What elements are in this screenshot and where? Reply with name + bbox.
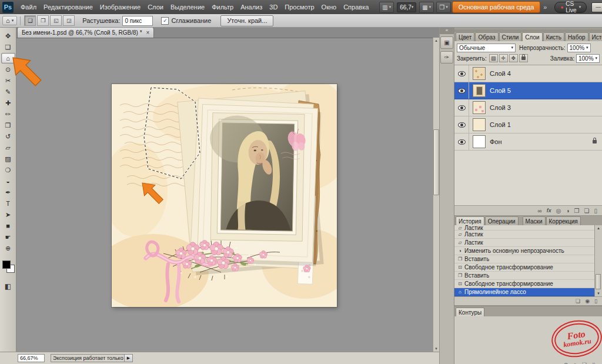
layer-row-5[interactable]: Слой 5 [454,82,602,99]
tab-swatches[interactable]: Образ [475,32,498,41]
quick-selection-tool[interactable]: ⊙ [1,64,15,75]
fill-path-icon[interactable]: ◍ [564,362,568,364]
delete-path-icon[interactable]: ▯ [592,362,595,364]
feather-input[interactable]: 0 пикс [122,16,153,26]
add-to-selection-button[interactable]: ❒ [37,15,49,26]
history-step[interactable]: ⊡ Свободное трансформирование [454,280,594,288]
photoshop-logo[interactable]: Ps [2,2,14,13]
history-step[interactable]: ❐ Вставить [454,272,594,280]
layer-thumbnail[interactable] [473,135,486,148]
workspace-more-button[interactable]: » [540,4,550,11]
scroll-down-icon[interactable]: ▼ [597,292,600,295]
polygonal-lasso-tool[interactable]: ⌂ [1,53,15,64]
status-zoom-input[interactable]: 66,67% [18,354,45,362]
tab-paths[interactable]: Контуры [456,308,484,316]
menu-item-edit[interactable]: Редактирование [40,0,96,14]
visibility-toggle[interactable] [454,116,469,133]
menu-item-3d[interactable]: 3D [266,0,281,14]
scroll-up-icon[interactable]: ▲ [434,39,438,42]
history-step[interactable]: ▱ Ластик [454,225,594,231]
visibility-toggle[interactable] [454,65,469,82]
tab-actions[interactable]: Операции [485,216,519,225]
layer-group-icon[interactable]: ❐ [574,208,580,214]
view-extras-button[interactable]: ▥ ▾ [379,2,394,13]
history-step-current[interactable]: ⌂ Прямолинейное лассо [454,288,594,296]
move-tool[interactable]: ✥ [1,31,15,41]
history-step[interactable]: ⊡ Свободное трансформирование [454,263,594,272]
opacity-input[interactable]: 100% ▾ [567,44,591,52]
link-layers-icon[interactable]: ∞ [538,208,542,214]
adjustment-layer-icon[interactable]: ◑ [566,208,570,214]
collapsed-panel-button-1[interactable]: ▣ [440,36,453,49]
layer-thumbnail[interactable] [473,67,486,80]
history-step[interactable]: ◑ Изменить основную непрозрачность [454,247,594,255]
collapsed-panel-button-2[interactable]: ✑ [440,51,453,64]
tab-adjustments[interactable]: Коррекция [546,216,581,225]
canvas-artwork[interactable] [112,84,337,307]
tab-clone-source[interactable]: Источ [589,32,602,41]
layer-row-4[interactable]: Слой 4 [454,65,602,82]
brush-tool[interactable]: ✏ [1,109,15,119]
history-step[interactable]: ❐ Вставить [454,255,594,263]
lock-all-button[interactable] [519,54,528,62]
new-document-from-state-icon[interactable]: ❏ [576,298,580,304]
delete-state-icon[interactable]: ▯ [594,298,597,304]
layer-mask-icon[interactable]: ◎ [556,208,561,214]
history-brush-tool[interactable]: ↺ [1,131,15,142]
tab-tool-presets[interactable]: Набор [565,32,588,41]
minimize-button[interactable]: — [591,2,602,12]
screen-mode-button[interactable]: ❐ ▾ [436,2,450,13]
menu-item-filter[interactable]: Фильтр [208,0,237,14]
lock-transparency-icon[interactable]: ▨ [489,54,498,62]
eraser-tool[interactable]: ▱ [1,142,15,153]
pen-tool[interactable]: ✒ [1,187,15,198]
dock-drag-bar[interactable] [454,27,602,32]
status-expand-button[interactable]: ▶ [125,354,133,362]
subtract-from-selection-button[interactable]: ◱ [50,15,62,26]
new-selection-button[interactable]: ❑ [24,15,36,26]
scroll-down-icon[interactable]: ▼ [434,347,438,350]
layer-thumbnail[interactable] [473,101,486,114]
rectangular-marquee-tool[interactable]: ❏ [1,42,15,52]
refine-edge-button[interactable]: Уточн. край... [220,15,273,26]
foreground-color-swatch[interactable] [2,261,11,269]
new-snapshot-icon[interactable]: ◉ [585,298,590,304]
eyedropper-tool[interactable]: ✎ [1,86,15,97]
tab-masks[interactable]: Маски [523,216,546,225]
scroll-up-icon[interactable]: ▲ [597,226,600,230]
shape-tool[interactable]: ■ [1,221,15,231]
hand-tool[interactable]: ☛ [1,232,15,242]
menu-item-select[interactable]: Выделение [167,0,208,14]
gradient-tool[interactable]: ▨ [1,153,15,164]
document-tab[interactable]: Без имени-1.psd @ 66,7% (Слой 5, RGB/8) … [17,27,154,38]
workspace-button[interactable]: Основная рабочая среда [452,1,541,13]
layer-style-icon[interactable]: fx [547,208,551,213]
history-step[interactable]: ▱ Ластик [454,239,594,247]
layer-thumbnail[interactable] [473,84,486,97]
lock-position-icon[interactable]: ✥ [509,54,518,62]
visibility-toggle[interactable] [454,82,469,99]
visibility-toggle[interactable] [454,133,469,150]
menu-item-window[interactable]: Окно [318,0,340,14]
dodge-tool[interactable]: ◒ [1,176,15,186]
healing-brush-tool[interactable]: ✚ [1,98,15,108]
intersect-selection-button[interactable]: ◲ [63,15,75,26]
layer-row-1[interactable]: Слой 1 [454,116,602,133]
tab-layers[interactable]: Слои [522,32,542,41]
blur-tool[interactable]: ❍ [1,165,15,175]
scrollbar-thumb[interactable] [596,274,601,289]
clone-stamp-tool[interactable]: ❐ [1,120,15,131]
tab-styles[interactable]: Стили [499,32,522,41]
menu-item-image[interactable]: Изображение [96,0,144,14]
menu-item-view[interactable]: Просмотр [281,0,317,14]
fill-input[interactable]: 100% ▾ [576,54,600,63]
new-layer-icon[interactable]: ❏ [584,208,590,214]
arrange-documents-button[interactable]: ▦ ▾ [419,2,434,13]
layer-thumbnail[interactable] [473,118,486,131]
scrollbar-thumb[interactable] [433,129,439,195]
layer-row-background[interactable]: Фон [454,133,602,151]
menu-item-analysis[interactable]: Анализ [237,0,266,14]
new-path-icon[interactable]: ❏ [582,362,587,364]
zoom-tool[interactable]: ⊕ [1,243,15,253]
quick-mask-button[interactable]: ◧ [1,281,15,292]
